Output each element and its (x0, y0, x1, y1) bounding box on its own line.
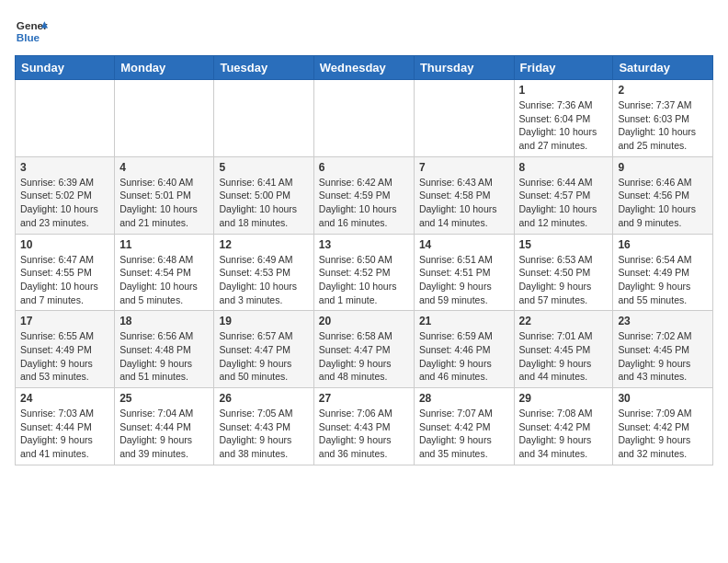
day-number: 14 (419, 238, 509, 251)
day-info: Sunrise: 6:48 AMSunset: 4:54 PMDaylight:… (119, 253, 209, 307)
day-info-line: and 23 minutes. (20, 216, 109, 230)
day-info-line: Sunset: 4:45 PM (618, 343, 708, 357)
day-info: Sunrise: 6:58 AMSunset: 4:47 PMDaylight:… (319, 329, 409, 384)
day-info-line: Sunrise: 6:55 AM (20, 329, 109, 343)
day-info-line: Sunrise: 6:49 AM (219, 253, 308, 267)
day-info-line: Sunrise: 7:37 AM (618, 98, 708, 112)
calendar-day-cell: 29Sunrise: 7:08 AMSunset: 4:42 PMDayligh… (514, 388, 613, 465)
logo-icon: General Blue (15, 15, 48, 48)
calendar-day-header: Thursday (414, 56, 514, 80)
day-info-line: and 1 minute. (319, 293, 409, 307)
day-number: 19 (219, 315, 308, 327)
day-info: Sunrise: 7:36 AMSunset: 6:04 PMDaylight:… (519, 98, 609, 153)
day-info-line: Sunset: 4:49 PM (20, 343, 109, 357)
day-info-line: Sunset: 4:47 PM (319, 343, 409, 357)
day-info-line: Sunset: 4:44 PM (119, 420, 209, 434)
day-info: Sunrise: 6:42 AMSunset: 4:59 PMDaylight:… (319, 176, 409, 230)
day-info: Sunrise: 6:44 AMSunset: 4:57 PMDaylight:… (519, 176, 609, 230)
day-info-line: Daylight: 10 hours (618, 125, 708, 139)
day-info-line: and 9 minutes. (618, 216, 708, 230)
day-info: Sunrise: 6:49 AMSunset: 4:53 PMDaylight:… (219, 253, 308, 307)
day-info-line: and 41 minutes. (20, 447, 109, 461)
day-info-line: Sunrise: 7:08 AM (519, 407, 609, 420)
day-info-line: and 50 minutes. (219, 370, 308, 384)
day-info-line: Daylight: 9 hours (618, 280, 708, 293)
day-info-line: Sunrise: 7:02 AM (618, 329, 708, 343)
calendar-day-cell: 16Sunrise: 6:54 AMSunset: 4:49 PMDayligh… (613, 234, 713, 311)
day-info-line: Sunrise: 6:56 AM (119, 329, 209, 343)
day-info: Sunrise: 6:46 AMSunset: 4:56 PMDaylight:… (618, 176, 708, 230)
day-info-line: Sunrise: 6:47 AM (20, 253, 109, 267)
day-number: 9 (618, 161, 708, 174)
day-info-line: Daylight: 9 hours (319, 433, 409, 447)
day-info: Sunrise: 6:54 AMSunset: 4:49 PMDaylight:… (618, 253, 708, 307)
day-info-line: Sunset: 4:53 PM (219, 266, 308, 280)
day-info-line: Sunrise: 6:40 AM (119, 176, 209, 190)
day-info: Sunrise: 6:53 AMSunset: 4:50 PMDaylight:… (519, 253, 609, 307)
day-info-line: Daylight: 9 hours (618, 357, 708, 371)
day-info: Sunrise: 7:07 AMSunset: 4:42 PMDaylight:… (419, 407, 509, 461)
day-info: Sunrise: 6:41 AMSunset: 5:00 PMDaylight:… (219, 176, 308, 230)
calendar-day-cell: 24Sunrise: 7:03 AMSunset: 4:44 PMDayligh… (16, 388, 115, 465)
day-info-line: Daylight: 9 hours (20, 433, 109, 447)
calendar-day-cell: 25Sunrise: 7:04 AMSunset: 4:44 PMDayligh… (115, 388, 214, 465)
day-info-line: Sunset: 4:54 PM (119, 266, 209, 280)
day-info: Sunrise: 6:39 AMSunset: 5:02 PMDaylight:… (20, 176, 109, 230)
day-info-line: Sunset: 4:55 PM (20, 266, 109, 280)
day-number: 27 (319, 392, 409, 405)
calendar-day-cell (214, 80, 313, 157)
day-info-line: and 7 minutes. (20, 293, 109, 307)
calendar-day-cell: 12Sunrise: 6:49 AMSunset: 4:53 PMDayligh… (214, 234, 313, 311)
day-info-line: Daylight: 10 hours (618, 202, 708, 216)
day-info-line: and 35 minutes. (419, 447, 509, 461)
day-number: 28 (419, 392, 509, 405)
day-info: Sunrise: 6:55 AMSunset: 4:49 PMDaylight:… (20, 329, 109, 384)
calendar-day-cell: 30Sunrise: 7:09 AMSunset: 4:42 PMDayligh… (613, 388, 713, 465)
day-info: Sunrise: 6:50 AMSunset: 4:52 PMDaylight:… (319, 253, 409, 307)
day-number: 11 (119, 238, 209, 251)
day-info: Sunrise: 6:57 AMSunset: 4:47 PMDaylight:… (219, 329, 308, 384)
day-number: 7 (419, 161, 509, 174)
day-info-line: and 12 minutes. (519, 216, 609, 230)
day-info-line: and 32 minutes. (618, 447, 708, 461)
calendar-day-cell: 5Sunrise: 6:41 AMSunset: 5:00 PMDaylight… (214, 156, 313, 234)
day-info-line: Sunrise: 6:46 AM (618, 176, 708, 190)
day-info-line: Sunrise: 7:36 AM (519, 98, 609, 112)
calendar-day-cell: 1Sunrise: 7:36 AMSunset: 6:04 PMDaylight… (514, 80, 613, 157)
calendar-table: SundayMondayTuesdayWednesdayThursdayFrid… (15, 55, 713, 465)
day-info-line: Sunrise: 6:48 AM (119, 253, 209, 267)
day-number: 13 (319, 238, 409, 251)
day-info-line: Sunset: 4:42 PM (519, 420, 609, 434)
day-info-line: Sunrise: 6:57 AM (219, 329, 308, 343)
day-info-line: and 57 minutes. (519, 293, 609, 307)
day-number: 10 (20, 238, 109, 251)
day-info: Sunrise: 6:51 AMSunset: 4:51 PMDaylight:… (419, 253, 509, 307)
day-info-line: Daylight: 10 hours (319, 202, 409, 216)
calendar-day-cell: 28Sunrise: 7:07 AMSunset: 4:42 PMDayligh… (414, 388, 514, 465)
day-info-line: Sunrise: 6:50 AM (319, 253, 409, 267)
day-info-line: Daylight: 9 hours (219, 433, 308, 447)
calendar-day-cell (16, 80, 115, 157)
day-info-line: Daylight: 9 hours (519, 280, 609, 293)
page-header: General Blue (15, 15, 713, 48)
day-info-line: and 48 minutes. (319, 370, 409, 384)
day-number: 21 (419, 315, 509, 327)
day-info-line: Daylight: 9 hours (119, 433, 209, 447)
day-info: Sunrise: 7:05 AMSunset: 4:43 PMDaylight:… (219, 407, 308, 461)
calendar-day-cell: 26Sunrise: 7:05 AMSunset: 4:43 PMDayligh… (214, 388, 313, 465)
day-number: 24 (20, 392, 109, 405)
calendar-week-row: 17Sunrise: 6:55 AMSunset: 4:49 PMDayligh… (16, 311, 713, 388)
day-info: Sunrise: 6:43 AMSunset: 4:58 PMDaylight:… (419, 176, 509, 230)
day-info-line: Sunrise: 6:54 AM (618, 253, 708, 267)
calendar-day-cell: 10Sunrise: 6:47 AMSunset: 4:55 PMDayligh… (16, 234, 115, 311)
day-info-line: Daylight: 9 hours (618, 433, 708, 447)
day-info-line: Sunset: 4:47 PM (219, 343, 308, 357)
day-info-line: and 14 minutes. (419, 216, 509, 230)
day-info-line: Daylight: 9 hours (419, 433, 509, 447)
day-info-line: Sunrise: 7:06 AM (319, 407, 409, 420)
calendar-day-cell: 19Sunrise: 6:57 AMSunset: 4:47 PMDayligh… (214, 311, 313, 388)
day-info-line: Sunset: 4:52 PM (319, 266, 409, 280)
calendar-day-cell: 23Sunrise: 7:02 AMSunset: 4:45 PMDayligh… (613, 311, 713, 388)
day-info-line: Daylight: 10 hours (519, 125, 609, 139)
calendar-day-cell: 14Sunrise: 6:51 AMSunset: 4:51 PMDayligh… (414, 234, 514, 311)
